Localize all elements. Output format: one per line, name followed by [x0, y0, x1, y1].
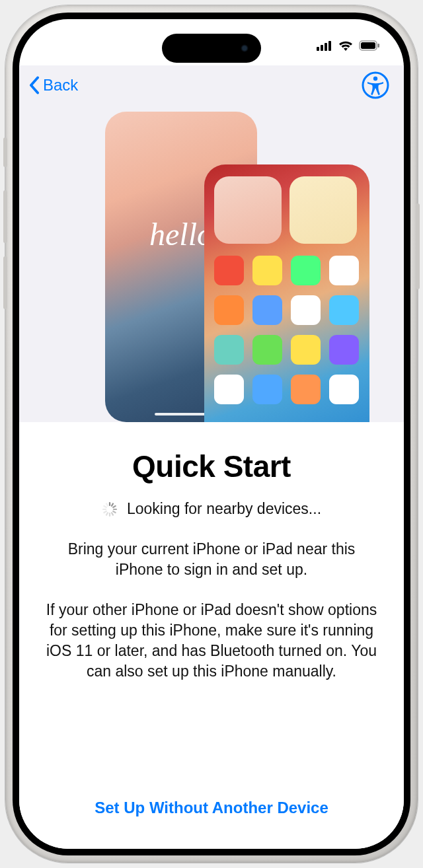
svg-point-8 [373, 77, 377, 81]
hero-app-icon [252, 256, 282, 285]
svg-line-17 [104, 511, 106, 513]
back-button[interactable]: Back [28, 76, 78, 94]
svg-rect-5 [361, 42, 375, 49]
svg-rect-1 [321, 45, 323, 51]
hero-widget [214, 176, 282, 244]
volume-up-button [3, 190, 7, 243]
hero-widget [289, 176, 357, 244]
svg-line-16 [106, 513, 108, 515]
status-row: Looking for nearby devices... [46, 500, 377, 518]
nav-bar: Back [19, 65, 404, 105]
svg-line-13 [113, 511, 115, 513]
dynamic-island [162, 34, 261, 63]
hero-illustration: hello [19, 105, 404, 422]
hero-app-icon [214, 335, 244, 365]
volume-down-button [3, 256, 7, 309]
svg-rect-2 [325, 43, 327, 51]
hello-text: hello [149, 216, 213, 252]
screen: Back hello [19, 19, 404, 849]
hero-app-icon [252, 375, 282, 404]
page-title: Quick Start [46, 449, 377, 484]
phone-frame: Back hello [5, 5, 418, 863]
hero-app-icon [291, 295, 321, 325]
home-indicator [155, 413, 208, 416]
hero-app-grid [214, 256, 360, 404]
hero-app-icon [214, 375, 244, 404]
accessibility-button[interactable] [362, 71, 389, 99]
hero-app-icon [291, 335, 321, 365]
svg-line-11 [113, 506, 115, 507]
body-text-1: Bring your current iPhone or iPad near t… [46, 539, 377, 580]
hero-app-icon [329, 256, 359, 285]
power-button [416, 203, 420, 289]
hero-app-icon [252, 295, 282, 325]
content-section: Quick Start [19, 422, 404, 849]
svg-rect-0 [317, 47, 319, 51]
hero-app-icon [329, 295, 359, 325]
svg-line-14 [112, 513, 113, 515]
cellular-icon [317, 40, 332, 54]
hero-app-icon [214, 295, 244, 325]
hero-app-icon [329, 335, 359, 365]
battery-icon [359, 40, 380, 54]
svg-line-10 [112, 503, 113, 505]
hero-app-icon [252, 335, 282, 365]
svg-rect-3 [328, 41, 331, 51]
mute-switch [3, 137, 7, 167]
hero-app-icon [291, 256, 321, 285]
hero-phone-existing [204, 164, 369, 422]
body-text-2: If your other iPhone or iPad doesn't sho… [46, 600, 377, 682]
back-label: Back [43, 76, 78, 94]
hero-app-icon [329, 375, 359, 404]
svg-line-20 [106, 503, 108, 505]
accessibility-icon [362, 71, 389, 99]
hero-app-icon [291, 375, 321, 404]
chevron-left-icon [28, 76, 40, 94]
spinner-icon [102, 501, 118, 517]
status-text: Looking for nearby devices... [127, 500, 321, 518]
hero-app-icon [214, 256, 244, 285]
wifi-icon [338, 40, 353, 54]
svg-rect-6 [378, 44, 380, 48]
svg-line-19 [104, 506, 106, 507]
setup-without-device-link[interactable]: Set Up Without Another Device [46, 785, 377, 849]
